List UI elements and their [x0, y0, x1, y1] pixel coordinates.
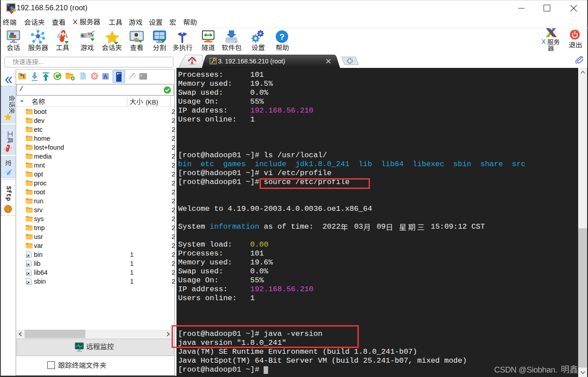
svg-text:A: A [104, 73, 108, 80]
svg-text:?: ? [279, 32, 285, 42]
